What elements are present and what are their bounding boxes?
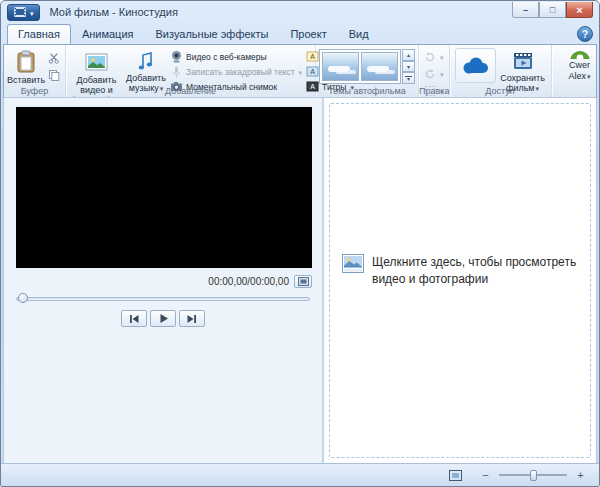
add-video-button[interactable]: Добавить видео и фотографии (69, 47, 124, 84)
clipboard-icon (16, 50, 36, 74)
group-label-add: Добавление (66, 86, 315, 96)
window-title: Мой фильм - Киностудия (50, 6, 178, 18)
ribbon: Вставить Буфер Добавить видео и фотограф… (3, 44, 597, 98)
storyboard-pane: Щелкните здесь, чтобы просмотреть видео … (324, 98, 596, 463)
account-button[interactable]: Cwer Alex (555, 47, 597, 84)
photo-video-icon (84, 50, 110, 74)
webcam-icon (170, 50, 183, 63)
group-themes: Темы автофильма (316, 45, 419, 97)
rotate-left-button (422, 49, 446, 64)
dropdown-caret-icon (439, 69, 444, 79)
dropdown-caret-icon (439, 52, 444, 62)
dropdown-caret-icon (586, 71, 591, 81)
gallery-expand-button[interactable] (402, 72, 415, 84)
dropdown-caret-icon (30, 6, 34, 18)
clipboard-small-buttons (45, 47, 62, 84)
group-label-clipboard: Буфер (4, 86, 65, 96)
scissors-icon (48, 52, 60, 64)
seek-thumb[interactable] (18, 293, 28, 303)
dropdown-caret-icon (298, 67, 303, 77)
group-clipboard: Вставить Буфер (4, 45, 66, 97)
play-button[interactable] (150, 310, 176, 327)
gallery-scroll-down-button[interactable] (402, 61, 415, 73)
save-movie-button[interactable]: Сохранить фильм (498, 47, 548, 84)
rotate-right-button (422, 66, 446, 81)
titlebar: Мой фильм - Киностудия (1, 1, 599, 23)
storyboard-placeholder[interactable]: Щелкните здесь, чтобы просмотреть видео … (342, 254, 600, 288)
minimize-button[interactable] (512, 2, 539, 18)
paste-label: Вставить (7, 75, 45, 85)
caption-buttons (512, 2, 593, 18)
theme-thumbnail-2[interactable] (361, 52, 398, 81)
time-row: 00:00,00/00:00,00 (16, 274, 312, 288)
save-movie-icon (512, 50, 534, 72)
svg-text:A: A (310, 68, 315, 75)
next-frame-button[interactable] (179, 310, 205, 327)
tab-animation[interactable]: Анимация (71, 24, 145, 44)
onedrive-button[interactable] (455, 48, 496, 83)
music-note-icon (136, 50, 156, 72)
tab-view[interactable]: Вид (338, 24, 380, 44)
film-icon (13, 6, 27, 18)
group-add: Добавить видео и фотографии Добавить муз… (66, 45, 316, 97)
group-edit: Правка (419, 45, 450, 97)
paste-button[interactable]: Вставить (7, 47, 45, 84)
microphone-icon (170, 65, 183, 78)
theme-thumbnail-1[interactable] (322, 52, 359, 81)
zoom-in-button[interactable]: + (572, 468, 589, 483)
zoom-slider[interactable] (499, 469, 567, 481)
storyboard-placeholder-text: Щелкните здесь, чтобы просмотреть видео … (372, 254, 600, 288)
fit-icon (449, 470, 462, 481)
app-window: Мой фильм - Киностудия Главная Анимация … (0, 0, 600, 487)
add-small-col-1: Видео с веб-камеры Записать закадровый т… (168, 47, 304, 84)
cut-button[interactable] (45, 50, 62, 65)
rotate-left-icon (424, 51, 436, 63)
next-frame-icon (186, 314, 198, 324)
copy-icon (48, 69, 60, 81)
seek-slider[interactable] (16, 294, 310, 304)
tab-visual-effects[interactable]: Визуальные эффекты (145, 24, 280, 44)
tab-home[interactable]: Главная (7, 24, 71, 44)
avatar-icon (569, 50, 591, 59)
rotate-right-icon (424, 68, 436, 80)
storyboard-dropzone[interactable]: Щелкните здесь, чтобы просмотреть видео … (329, 103, 591, 458)
add-music-button[interactable]: Добавить музыку (124, 47, 168, 84)
group-share: Сохранить фильм Доступ (450, 45, 552, 97)
statusbar: − + (1, 463, 599, 486)
video-preview[interactable] (16, 107, 312, 268)
ribbon-tab-row: Главная Анимация Визуальные эффекты Прое… (3, 23, 597, 44)
previous-frame-icon (128, 314, 140, 324)
previous-frame-button[interactable] (121, 310, 147, 327)
maximize-button[interactable] (539, 2, 566, 18)
gallery-scrollbar (402, 49, 415, 84)
record-narration-button: Записать закадровый текст (168, 65, 304, 78)
timecode: 00:00,00/00:00,00 (208, 276, 289, 287)
group-account: Cwer Alex (552, 45, 597, 97)
tab-project[interactable]: Проект (279, 24, 337, 44)
fit-to-window-button[interactable] (447, 468, 464, 483)
gallery-scroll-up-button[interactable] (402, 49, 415, 61)
zoom-thumb[interactable] (530, 470, 537, 481)
close-button[interactable] (566, 2, 593, 18)
group-label-edit: Правка (419, 86, 449, 96)
webcam-video-button[interactable]: Видео с веб-камеры (168, 50, 304, 63)
seek-track (16, 297, 310, 301)
svg-text:A: A (310, 53, 315, 60)
app-menu-button[interactable] (7, 4, 40, 21)
group-label-themes: Темы автофильма (316, 86, 418, 96)
fullscreen-icon (298, 277, 309, 286)
main-content: 00:00,00/00:00,00 (3, 98, 597, 463)
copy-button[interactable] (45, 67, 62, 82)
cloud-icon (460, 55, 490, 77)
zoom-out-button[interactable]: − (477, 468, 494, 483)
themes-gallery (319, 49, 415, 84)
transport-controls (4, 310, 322, 327)
fullscreen-button[interactable] (294, 275, 312, 288)
account-name: Cwer Alex (559, 60, 597, 81)
preview-pane: 00:00,00/00:00,00 (4, 98, 322, 463)
play-icon (158, 313, 169, 324)
group-label-share: Доступ (450, 86, 551, 96)
photo-icon (342, 254, 364, 273)
help-button[interactable] (577, 26, 593, 42)
